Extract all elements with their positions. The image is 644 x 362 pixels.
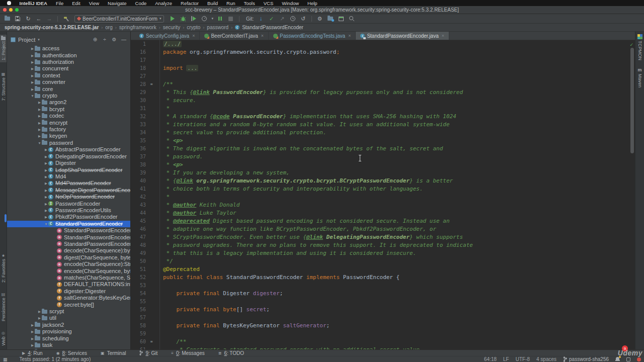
restore-layout-icon[interactable] [338,15,345,23]
tree-item-passwordencoderutils[interactable]: ▶CPasswordEncoderUtils [7,207,130,214]
chevron-collapsed-icon[interactable]: ▶ [37,120,42,126]
line-ending-indicator[interactable]: LF [503,356,509,362]
gutter[interactable]: 51 [131,265,160,274]
code-line-60[interactable]: 60≡ /** [131,338,635,346]
chevron-collapsed-icon[interactable]: ▶ [30,72,35,79]
stripe-tab-7-structure[interactable]: ▦7: Structure [0,70,7,103]
gutter[interactable]: 38 [131,161,160,169]
gutter[interactable]: 27 [131,72,160,80]
gutter[interactable]: 1 [131,40,160,48]
gutter[interactable]: 41 [131,185,160,193]
code-line-33[interactable]: 33 * iterations and a random 8-byte rand… [131,121,635,129]
tree-item-authorization[interactable]: ▶authorization [7,59,130,65]
code-line-48[interactable]: 48 * password upgrades. There are no pla… [131,241,635,249]
close-tab-icon[interactable]: × [348,33,351,38]
tree-item-password[interactable]: ▼password [7,140,130,146]
code-line-17[interactable]: 17 [131,56,635,64]
code-line-37[interactable]: 37 * password. [131,153,635,161]
tree-item-md4passwordencoder[interactable]: ▶CMd4PasswordEncoder [7,180,130,187]
chevron-expanded-icon[interactable]: ▼ [44,221,48,227]
save-all-icon[interactable] [14,15,21,23]
menu-item-help[interactable]: Help [303,1,322,6]
tree-item-concurrent[interactable]: ▶concurrent [7,65,130,72]
gutter[interactable]: 43 [131,201,160,209]
code-line-55[interactable]: 55 [131,298,635,306]
stripe-tab-1-project[interactable]: 1: Project [0,35,7,62]
open-project-icon[interactable] [4,15,11,23]
gutter[interactable]: 34 [131,129,160,137]
debug-button[interactable] [180,15,187,23]
chevron-collapsed-icon[interactable]: ▶ [44,207,48,214]
menu-item-file[interactable]: File [51,1,67,6]
profiler-icon[interactable] [201,15,208,23]
commit-icon[interactable]: ✓ [268,15,275,23]
tree-item-digester-digester[interactable]: fdigester:Digester [7,288,130,295]
breadcrumb-item[interactable]: StandardPasswordEncoder [242,25,303,30]
menu-item-view[interactable]: View [85,1,103,6]
tree-item-nooppasswordencoder[interactable]: ▶CNoOpPasswordEncoder [7,194,130,200]
menu-item-build[interactable]: Build [203,1,222,6]
code-line-27[interactable]: 27 [131,72,635,80]
tree-item-scrypt[interactable]: ▶scrypt [7,308,130,315]
chevron-collapsed-icon[interactable]: ▶ [44,187,48,194]
breadcrumb-item[interactable]: crypto [187,25,200,30]
gutter[interactable]: 53 [131,282,160,290]
code-line-61[interactable]: 61 * Constructs a standard password enco… [131,346,635,349]
gutter[interactable]: 35 [131,137,160,145]
breadcrumb-item[interactable]: security [163,25,180,30]
code-line-1[interactable]: 1/.../ [131,40,635,48]
code-line-39[interactable]: 39 * If you are developing a new system, [131,169,635,177]
tree-item-messagedigestpasswordencoder[interactable]: ▶CMessageDigestPasswordEncoder [7,187,130,194]
chevron-collapsed-icon[interactable]: ▶ [44,201,48,207]
menu-item-analyze[interactable]: Analyze [151,1,177,6]
gutter[interactable]: 32 [131,113,160,121]
build-hammer-icon[interactable] [62,15,69,23]
stripe-tab-tcpmon[interactable]: TCPMON [637,34,642,60]
code-line-36[interactable]: 36 * The digest algorithm is invoked on … [131,145,635,153]
tree-item-provisioning[interactable]: ▶provisioning [7,328,130,335]
gutter[interactable]: 59 [131,330,160,338]
panel-settings-gear-icon[interactable]: ⚙ [111,37,118,42]
chevron-expanded-icon[interactable]: ▼ [37,140,42,146]
gutter[interactable]: 48 [131,241,160,249]
encoding-indicator[interactable]: UTF-8 [516,356,530,362]
code-line-47[interactable]: 47 * SCryptPasswordEncoder. Even better … [131,233,635,241]
tree-item-digest-charsequence-byte-by[interactable]: mdigest(CharSequence, byte[]):by [7,254,130,261]
gutter[interactable]: 37 [131,153,160,161]
close-tab-icon[interactable]: × [442,33,444,38]
tree-item-access[interactable]: ▶access [7,45,130,52]
menu-item-edit[interactable]: Edit [68,1,85,6]
settings-wrench-icon[interactable]: ⚙ [316,15,324,23]
run-with-coverage-icon[interactable] [190,15,197,23]
toolwindow-button-8-services[interactable]: ◉8: Services [56,350,87,356]
chevron-collapsed-icon[interactable]: ▶ [37,113,42,119]
search-everywhere-icon[interactable] [348,15,355,23]
chevron-collapsed-icon[interactable]: ▶ [44,160,48,166]
tree-item-md4[interactable]: ▶CMd4 [7,173,130,180]
code-line-35[interactable]: 35 * <p> [131,137,635,145]
update-project-icon[interactable]: ↓ [258,15,265,23]
collapse-all-icon[interactable]: ÷ [101,37,108,42]
indicator-icon[interactable] [626,357,630,361]
editor-scrollbar[interactable] [630,48,634,153]
project-panel-title[interactable]: Project [18,37,35,43]
menu-item-run[interactable]: Run [222,1,239,6]
gutter[interactable]: 61 [131,346,160,349]
code-line-16[interactable]: 16package org.springframework.security.c… [131,48,635,56]
chevron-collapsed-icon[interactable]: ▶ [30,45,35,52]
chevron-collapsed-icon[interactable]: ▶ [30,59,35,65]
gutter[interactable]: 57 [131,314,160,322]
gutter[interactable]: 44 [131,209,160,217]
chevron-collapsed-icon[interactable]: ▶ [30,335,35,342]
tree-item-standardpasswordencoder[interactable]: ▼CStandardPasswordEncoder [7,221,130,227]
tree-item-codec[interactable]: ▶codec [7,113,130,119]
test-status-text[interactable]: Tests passed: 1 (2 minutes ago) [20,356,91,362]
code-line-30[interactable]: 30 * secure. [131,97,635,105]
gutter[interactable]: 42 [131,193,160,201]
gutter[interactable]: 52 [131,274,160,282]
tool-window-switcher-icon[interactable]: ▦ [3,357,8,362]
code-line-59[interactable]: 59 [131,330,635,338]
tree-item-digester[interactable]: ▶CDigester [7,160,130,166]
chevron-collapsed-icon[interactable]: ▶ [30,86,35,93]
synchronize-icon[interactable]: ↻ [25,15,32,23]
